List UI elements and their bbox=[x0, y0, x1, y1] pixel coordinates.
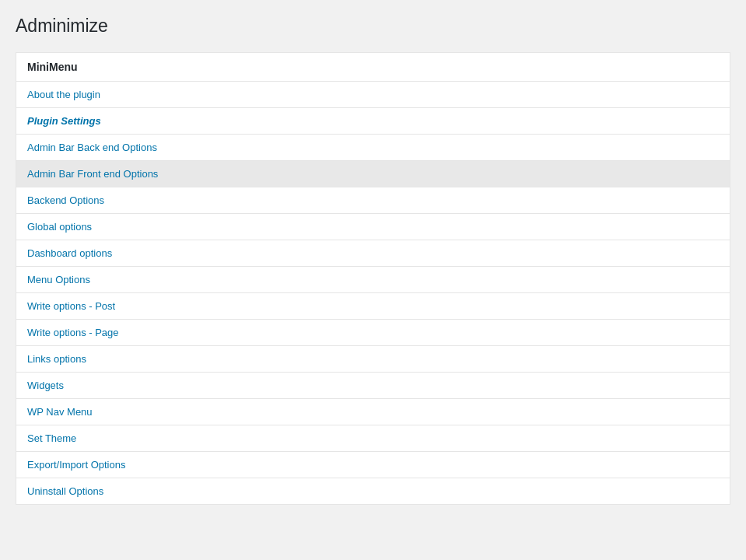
menu-item-label-wp-nav-menu: WP Nav Menu bbox=[27, 406, 93, 418]
mini-menu-container: MiniMenu About the pluginPlugin Settings… bbox=[16, 52, 730, 505]
menu-item-about-plugin[interactable]: About the plugin bbox=[16, 82, 730, 108]
menu-item-admin-bar-frontend[interactable]: Admin Bar Front end Options bbox=[16, 161, 730, 187]
menu-item-label-admin-bar-backend: Admin Bar Back end Options bbox=[27, 142, 157, 153]
menu-item-label-admin-bar-frontend: Admin Bar Front end Options bbox=[27, 168, 158, 180]
menu-item-export-import[interactable]: Export/Import Options bbox=[16, 452, 730, 478]
page-title: Adminimize bbox=[16, 16, 730, 37]
menu-item-label-backend-options: Backend Options bbox=[27, 194, 104, 206]
menu-item-label-dashboard-options: Dashboard options bbox=[27, 247, 112, 259]
menu-item-label-write-options-post: Write options - Post bbox=[27, 300, 115, 312]
menu-item-label-uninstall-options: Uninstall Options bbox=[27, 485, 103, 497]
menu-item-label-about-plugin: About the plugin bbox=[27, 89, 100, 100]
menu-item-label-write-options-page: Write options - Page bbox=[27, 327, 119, 338]
menu-item-write-options-page[interactable]: Write options - Page bbox=[16, 320, 730, 346]
menu-item-label-menu-options: Menu Options bbox=[27, 274, 90, 285]
menu-item-label-plugin-settings: Plugin Settings bbox=[27, 115, 101, 127]
menu-item-label-export-import: Export/Import Options bbox=[27, 459, 125, 471]
menu-item-dashboard-options[interactable]: Dashboard options bbox=[16, 240, 730, 267]
menu-item-backend-options[interactable]: Backend Options bbox=[16, 187, 730, 214]
menu-item-set-theme[interactable]: Set Theme bbox=[16, 425, 730, 452]
menu-item-uninstall-options[interactable]: Uninstall Options bbox=[16, 478, 730, 504]
menu-item-menu-options[interactable]: Menu Options bbox=[16, 267, 730, 293]
menu-item-admin-bar-backend[interactable]: Admin Bar Back end Options bbox=[16, 135, 730, 161]
menu-items-list: About the pluginPlugin SettingsAdmin Bar… bbox=[16, 82, 730, 504]
menu-item-global-options[interactable]: Global options bbox=[16, 214, 730, 240]
menu-item-label-links-options: Links options bbox=[27, 353, 86, 365]
menu-item-plugin-settings[interactable]: Plugin Settings bbox=[16, 108, 730, 135]
menu-item-write-options-post[interactable]: Write options - Post bbox=[16, 293, 730, 320]
menu-item-links-options[interactable]: Links options bbox=[16, 346, 730, 373]
menu-item-label-global-options: Global options bbox=[27, 221, 92, 233]
menu-item-label-set-theme: Set Theme bbox=[27, 432, 76, 444]
mini-menu-header: MiniMenu bbox=[16, 53, 730, 82]
menu-item-widgets[interactable]: Widgets bbox=[16, 373, 730, 399]
menu-item-wp-nav-menu[interactable]: WP Nav Menu bbox=[16, 399, 730, 425]
menu-item-label-widgets: Widgets bbox=[27, 380, 64, 391]
